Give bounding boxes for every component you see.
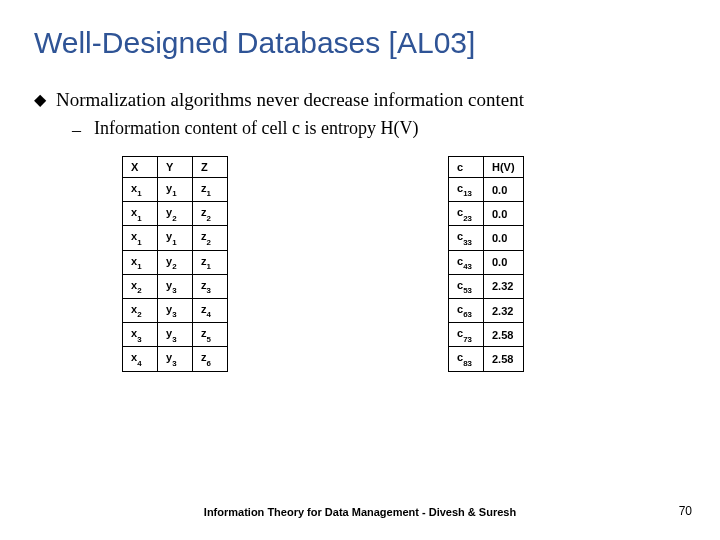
table-cell: z2: [193, 226, 228, 250]
table-cell: 2.58: [484, 323, 524, 347]
table-cell: y1: [158, 178, 193, 202]
table-cell: x1: [123, 250, 158, 274]
table-cell: 0.0: [484, 226, 524, 250]
table-row: x1y1z2: [123, 226, 228, 250]
table-cell: 0.0: [484, 250, 524, 274]
table-row: c832.58: [449, 347, 524, 371]
table-cell: z6: [193, 347, 228, 371]
table-cell: 0.0: [484, 202, 524, 226]
table-row: x3y3z5: [123, 323, 228, 347]
table-cell: c83: [449, 347, 484, 371]
table-cell: c53: [449, 274, 484, 298]
table-cell: z1: [193, 250, 228, 274]
table-row: x2y3z4: [123, 298, 228, 322]
table-cell: z1: [193, 178, 228, 202]
table-row: x1y1z1: [123, 178, 228, 202]
table-row: c532.32: [449, 274, 524, 298]
table-cell: 0.0: [484, 178, 524, 202]
bullet-level-2: – Information content of cell c is entro…: [72, 118, 686, 142]
table-cell: x2: [123, 298, 158, 322]
table-cell: 2.58: [484, 347, 524, 371]
table-row: c732.58: [449, 323, 524, 347]
table-header: Y: [158, 157, 193, 178]
tables-wrap: XYZ x1y1z1x1y2z2x1y1z2x1y2z1x2y3z3x2y3z4…: [122, 156, 686, 372]
table-row: x1y2z1: [123, 250, 228, 274]
table-cell: c33: [449, 226, 484, 250]
table-row: x1y2z2: [123, 202, 228, 226]
table-row: x2y3z3: [123, 274, 228, 298]
page-number: 70: [679, 504, 692, 518]
table-header: H(V): [484, 157, 524, 178]
table-cell: y3: [158, 298, 193, 322]
table-header: Z: [193, 157, 228, 178]
table-cell: z5: [193, 323, 228, 347]
table-row: c632.32: [449, 298, 524, 322]
table-header: X: [123, 157, 158, 178]
table-row: c330.0: [449, 226, 524, 250]
table-row: c430.0: [449, 250, 524, 274]
table-cell: x1: [123, 178, 158, 202]
table-cell: z2: [193, 202, 228, 226]
table-cell: z4: [193, 298, 228, 322]
table-cell: x3: [123, 323, 158, 347]
table-row: x4y3z6: [123, 347, 228, 371]
table-cell: y3: [158, 347, 193, 371]
table-cell: y3: [158, 274, 193, 298]
table-cell: x1: [123, 226, 158, 250]
table-cell: 2.32: [484, 298, 524, 322]
table-cell: y2: [158, 250, 193, 274]
bullet-text: Normalization algorithms never decrease …: [56, 88, 524, 112]
table-row: c230.0: [449, 202, 524, 226]
table-cell: y2: [158, 202, 193, 226]
table-row: c130.0: [449, 178, 524, 202]
table-cell: c63: [449, 298, 484, 322]
table-cell: z3: [193, 274, 228, 298]
table-header: c: [449, 157, 484, 178]
slide-title: Well-Designed Databases [AL03]: [34, 26, 686, 60]
subbullet-text: Information content of cell c is entropy…: [94, 118, 418, 139]
dash-icon: –: [72, 118, 94, 142]
table-cell: c23: [449, 202, 484, 226]
table-cell: y3: [158, 323, 193, 347]
table-cell: x4: [123, 347, 158, 371]
table-cell: 2.32: [484, 274, 524, 298]
right-table: cH(V) c130.0c230.0c330.0c430.0c532.32c63…: [448, 156, 524, 372]
table-cell: c43: [449, 250, 484, 274]
bullet-level-1: ◆ Normalization algorithms never decreas…: [34, 88, 686, 112]
table-cell: y1: [158, 226, 193, 250]
table-cell: x1: [123, 202, 158, 226]
table-cell: x2: [123, 274, 158, 298]
table-cell: c13: [449, 178, 484, 202]
footer-text: Information Theory for Data Management -…: [0, 506, 720, 518]
left-table: XYZ x1y1z1x1y2z2x1y1z2x1y2z1x2y3z3x2y3z4…: [122, 156, 228, 372]
slide: Well-Designed Databases [AL03] ◆ Normali…: [0, 0, 720, 540]
diamond-icon: ◆: [34, 88, 56, 112]
table-cell: c73: [449, 323, 484, 347]
